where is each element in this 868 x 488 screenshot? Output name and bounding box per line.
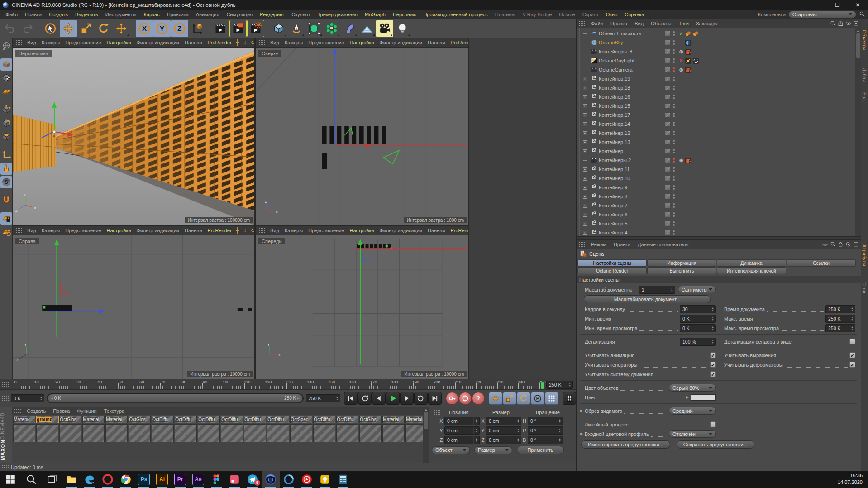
playhead[interactable] xyxy=(541,382,544,389)
target-icon[interactable] xyxy=(845,241,851,247)
viewport-menu-Камеры[interactable]: Камеры xyxy=(282,39,305,46)
viewport-menu-Панели[interactable]: Панели xyxy=(425,227,448,234)
material-OctSpec[interactable]: OctSpec xyxy=(290,416,312,423)
visibility-dots[interactable] xyxy=(672,149,676,153)
visibility-dots[interactable] xyxy=(672,49,676,54)
rotate-icon[interactable] xyxy=(95,20,112,37)
visibility-dots[interactable] xyxy=(672,194,676,199)
spline-pen-icon[interactable] xyxy=(288,20,305,37)
object-row[interactable]: +Контейнер.6 xyxy=(580,210,855,219)
viewport-menu-Фильтр индикации[interactable]: Фильтр индикации xyxy=(377,39,425,46)
expand-icon[interactable]: + xyxy=(583,204,587,208)
expand-icon[interactable]: + xyxy=(583,222,587,226)
sky-tag-icon[interactable] xyxy=(685,39,692,46)
viewport-menu-Вид[interactable]: Вид xyxy=(267,39,282,46)
viewport-menu-Представление[interactable]: Представление xyxy=(305,39,347,46)
viewport-menu-Вид[interactable]: Вид xyxy=(267,227,282,234)
value-field[interactable]: 1▲▼ xyxy=(639,286,675,294)
tex-tag-icon[interactable] xyxy=(692,30,699,37)
close-button[interactable]: ✕ xyxy=(848,0,868,10)
object-row[interactable]: Контейнеры.2⊕ xyxy=(580,156,855,165)
layer-box[interactable] xyxy=(665,85,670,91)
history-nav-icons[interactable]: ◀▶ xyxy=(822,242,828,247)
menu-Персонаж[interactable]: Персонаж xyxy=(389,11,420,18)
viewport-menu-Панели[interactable]: Панели xyxy=(425,39,448,46)
panel-grip[interactable] xyxy=(14,408,21,414)
viewport-menu-Представление[interactable]: Представление xyxy=(62,39,104,46)
polygons-mode-icon[interactable] xyxy=(0,131,12,143)
expand-icon[interactable]: + xyxy=(583,195,587,199)
object-row[interactable]: +Контейнер.9 xyxy=(580,183,855,192)
object-row[interactable]: +Контейнер.18 xyxy=(580,83,855,92)
start-taskbar-button[interactable] xyxy=(0,471,21,488)
object-row[interactable]: +Контейнер.4 xyxy=(580,228,855,236)
value-field[interactable]: 250 K▲▼ xyxy=(825,305,855,313)
pan-icon[interactable]: ╋ xyxy=(234,227,241,234)
panel-grip[interactable] xyxy=(15,40,23,45)
coord-field[interactable]: 0 cm▲▼ xyxy=(444,436,480,444)
object-row[interactable]: +Контейнер.19 xyxy=(580,74,855,83)
checkbox[interactable]: ✓ xyxy=(710,362,716,368)
dock-tab-Слои[interactable]: Слои xyxy=(862,282,867,293)
coord-object-dropdown[interactable]: Объект xyxy=(432,446,470,454)
layer-box[interactable] xyxy=(665,94,670,100)
figma-taskbar-button[interactable] xyxy=(207,471,225,488)
viewport-menu-Камеры[interactable]: Камеры xyxy=(282,227,305,234)
value-field[interactable]: 0 K▲▼ xyxy=(680,324,716,332)
visibility-dots[interactable] xyxy=(672,122,676,126)
record-scale-icon[interactable] xyxy=(503,392,516,405)
visibility-dots[interactable] xyxy=(672,104,676,108)
record-rotation-icon[interactable] xyxy=(517,392,530,405)
layer-box[interactable] xyxy=(665,139,670,145)
material-row2[interactable] xyxy=(13,424,35,442)
expand-icon[interactable]: + xyxy=(583,167,587,172)
material-row2[interactable] xyxy=(129,424,151,442)
material-Material[interactable]: Material xyxy=(405,416,423,423)
search-taskbar-button[interactable] xyxy=(21,471,42,488)
layer-box[interactable] xyxy=(665,185,670,190)
panel-grip[interactable] xyxy=(2,464,9,470)
play-backward-icon[interactable] xyxy=(358,392,372,405)
menu-Анимация[interactable]: Анимация xyxy=(192,11,223,18)
current-frame-field[interactable]: 0 K▲▼ xyxy=(11,394,44,402)
material-OctDiffu[interactable]: OctDiffu xyxy=(221,416,243,423)
material-menu-Создать[interactable]: Создать xyxy=(23,407,49,415)
material-OctDiffu[interactable]: OctDiffu xyxy=(313,416,335,423)
layer-box[interactable] xyxy=(665,167,670,172)
scale-icon[interactable] xyxy=(77,20,95,37)
timeline-window-icon[interactable] xyxy=(563,392,576,405)
layer-box[interactable] xyxy=(665,67,670,72)
viewport-menu-Настройки[interactable]: Настройки xyxy=(104,39,134,46)
panel-grip[interactable] xyxy=(578,21,586,26)
add-panel-icon[interactable] xyxy=(853,241,859,247)
expander-icon[interactable]: ▶ xyxy=(580,409,585,413)
preset-button[interactable]: Сохранить предустановки... xyxy=(677,440,754,449)
material-row2[interactable] xyxy=(59,424,81,442)
expand-icon[interactable]: + xyxy=(583,77,587,81)
top-scene[interactable]: Z X xyxy=(256,48,468,225)
workplane-rotate-icon[interactable] xyxy=(0,226,12,238)
expand-icon[interactable]: + xyxy=(583,177,587,181)
maximize-button[interactable]: ☐ xyxy=(827,0,848,10)
value-field[interactable]: 30▲▼ xyxy=(680,305,716,313)
cinema4d-taskbar-button[interactable] xyxy=(262,471,280,488)
expand-icon[interactable]: + xyxy=(583,122,587,126)
panel-grip[interactable] xyxy=(2,396,9,401)
object-name[interactable]: Контейнер.16 xyxy=(599,94,665,100)
menu-Выделить[interactable]: Выделить xyxy=(72,11,102,18)
visibility-dots[interactable] xyxy=(672,113,676,117)
layout-dropdown[interactable]: Стартовая xyxy=(788,11,856,18)
material-row2[interactable] xyxy=(382,424,405,442)
cam-tag-icon[interactable] xyxy=(685,67,692,73)
om-menu-Теги[interactable]: Теги xyxy=(675,20,692,27)
menu-Привязка[interactable]: Привязка xyxy=(163,11,192,18)
viewport-menu-Вид[interactable]: Вид xyxy=(24,227,39,234)
lock-y-icon[interactable]: Y xyxy=(153,20,171,37)
material-menu-Функции[interactable]: Функции xyxy=(73,407,100,415)
menu-Скульпт[interactable]: Скульпт xyxy=(288,11,314,18)
visibility-dots[interactable] xyxy=(672,158,676,163)
object-name[interactable]: Контейнер.7 xyxy=(599,203,665,208)
texture-mode-icon[interactable] xyxy=(0,72,12,84)
render-settings-icon[interactable] xyxy=(247,20,264,37)
rotate-view-icon[interactable]: ↻ xyxy=(250,227,254,234)
